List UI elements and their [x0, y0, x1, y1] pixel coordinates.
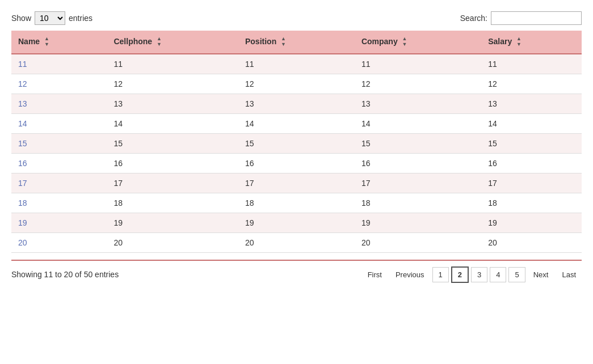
cell-salary: 14: [481, 113, 582, 133]
pagination-next[interactable]: Next: [528, 268, 554, 282]
cell-name: 20: [11, 232, 107, 252]
sort-icons-cellphone: ▲▼: [157, 36, 162, 48]
entries-label: entries: [69, 14, 92, 23]
col-company-label: Company: [361, 37, 398, 46]
cell-salary: 12: [481, 74, 582, 94]
pagination: First Previous 1 2 3 4 5 Next Last: [362, 266, 582, 283]
cell-cellphone: 17: [107, 173, 238, 193]
cell-name: 12: [11, 74, 107, 94]
table-row: 1111111111: [11, 54, 582, 74]
cell-position: 11: [238, 54, 355, 74]
cell-company: 17: [355, 173, 481, 193]
pagination-page-1[interactable]: 1: [432, 267, 449, 282]
cell-salary: 20: [481, 232, 582, 252]
cell-name: 15: [11, 133, 107, 153]
cell-salary: 15: [481, 133, 582, 153]
sort-icons-name: ▲▼: [44, 36, 49, 48]
cell-position: 15: [238, 133, 355, 153]
cell-salary: 16: [481, 153, 582, 173]
cell-position: 14: [238, 113, 355, 133]
cell-name: 16: [11, 153, 107, 173]
pagination-previous[interactable]: Previous: [390, 268, 430, 282]
top-controls: Show 10 25 50 100 entries Search:: [11, 11, 582, 25]
entries-select[interactable]: 10 25 50 100: [35, 11, 65, 25]
cell-company: 13: [355, 94, 481, 113]
show-label: Show: [11, 14, 31, 23]
col-header-position[interactable]: Position ▲▼: [238, 31, 355, 54]
cell-name: 19: [11, 213, 107, 232]
table-body: 1111111111121212121213131313131414141414…: [11, 54, 582, 253]
cell-company: 15: [355, 133, 481, 153]
cell-position: 20: [238, 232, 355, 252]
col-header-name[interactable]: Name ▲▼: [11, 31, 107, 54]
col-header-company[interactable]: Company ▲▼: [355, 31, 481, 54]
cell-cellphone: 11: [107, 54, 238, 74]
cell-cellphone: 13: [107, 94, 238, 113]
cell-company: 19: [355, 213, 481, 232]
cell-position: 18: [238, 193, 355, 213]
col-cellphone-label: Cellphone: [113, 37, 152, 46]
col-salary-label: Salary: [488, 37, 512, 46]
cell-cellphone: 16: [107, 153, 238, 173]
table-row: 2020202020: [11, 232, 582, 252]
col-name-label: Name: [18, 37, 40, 46]
cell-salary: 18: [481, 193, 582, 213]
search-label: Search:: [460, 14, 487, 23]
cell-salary: 17: [481, 173, 582, 193]
table-row: 1212121212: [11, 74, 582, 94]
sort-icons-position: ▲▼: [281, 36, 286, 48]
cell-position: 19: [238, 213, 355, 232]
cell-salary: 13: [481, 94, 582, 113]
pagination-first[interactable]: First: [362, 268, 388, 282]
col-header-cellphone[interactable]: Cellphone ▲▼: [107, 31, 238, 54]
col-position-label: Position: [245, 37, 276, 46]
showing-info: Showing 11 to 20 of 50 entries: [11, 270, 119, 279]
table-row: 1414141414: [11, 113, 582, 133]
cell-position: 12: [238, 74, 355, 94]
cell-company: 20: [355, 232, 481, 252]
pagination-page-2[interactable]: 2: [451, 266, 469, 283]
search-control: Search:: [460, 11, 582, 25]
table-row: 1515151515: [11, 133, 582, 153]
cell-cellphone: 18: [107, 193, 238, 213]
cell-name: 13: [11, 94, 107, 113]
cell-name: 17: [11, 173, 107, 193]
col-header-salary[interactable]: Salary ▲▼: [481, 31, 582, 54]
search-input[interactable]: [491, 11, 582, 25]
cell-position: 16: [238, 153, 355, 173]
cell-salary: 11: [481, 54, 582, 74]
table-row: 1919191919: [11, 213, 582, 232]
pagination-last[interactable]: Last: [556, 268, 582, 282]
cell-company: 11: [355, 54, 481, 74]
table-row: 1717171717: [11, 173, 582, 193]
table-row: 1313131313: [11, 94, 582, 113]
cell-company: 16: [355, 153, 481, 173]
cell-salary: 19: [481, 213, 582, 232]
cell-cellphone: 14: [107, 113, 238, 133]
cell-name: 18: [11, 193, 107, 213]
bottom-bar: Showing 11 to 20 of 50 entries First Pre…: [11, 260, 582, 283]
cell-cellphone: 15: [107, 133, 238, 153]
sort-icons-company: ▲▼: [402, 36, 407, 48]
table-row: 1616161616: [11, 153, 582, 173]
cell-cellphone: 12: [107, 74, 238, 94]
cell-name: 14: [11, 113, 107, 133]
cell-company: 14: [355, 113, 481, 133]
show-entries-control: Show 10 25 50 100 entries: [11, 11, 92, 25]
cell-position: 17: [238, 173, 355, 193]
sort-icons-salary: ▲▼: [516, 36, 521, 48]
cell-cellphone: 20: [107, 232, 238, 252]
table-header-row: Name ▲▼ Cellphone ▲▼ Position ▲▼ Company…: [11, 31, 582, 54]
cell-position: 13: [238, 94, 355, 113]
pagination-page-3[interactable]: 3: [471, 267, 487, 282]
table-row: 1818181818: [11, 193, 582, 213]
cell-cellphone: 19: [107, 213, 238, 232]
cell-company: 12: [355, 74, 481, 94]
data-table: Name ▲▼ Cellphone ▲▼ Position ▲▼ Company…: [11, 31, 582, 253]
cell-company: 18: [355, 193, 481, 213]
cell-name: 11: [11, 54, 107, 74]
pagination-page-5[interactable]: 5: [508, 267, 525, 282]
pagination-page-4[interactable]: 4: [490, 267, 506, 282]
